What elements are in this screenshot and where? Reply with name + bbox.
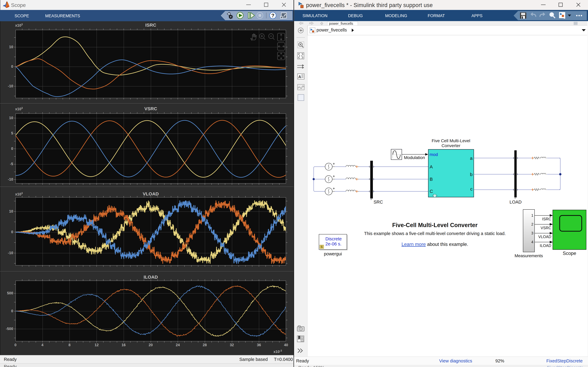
svg-text:?: ? (271, 13, 275, 18)
svg-text:A: A (298, 75, 301, 79)
